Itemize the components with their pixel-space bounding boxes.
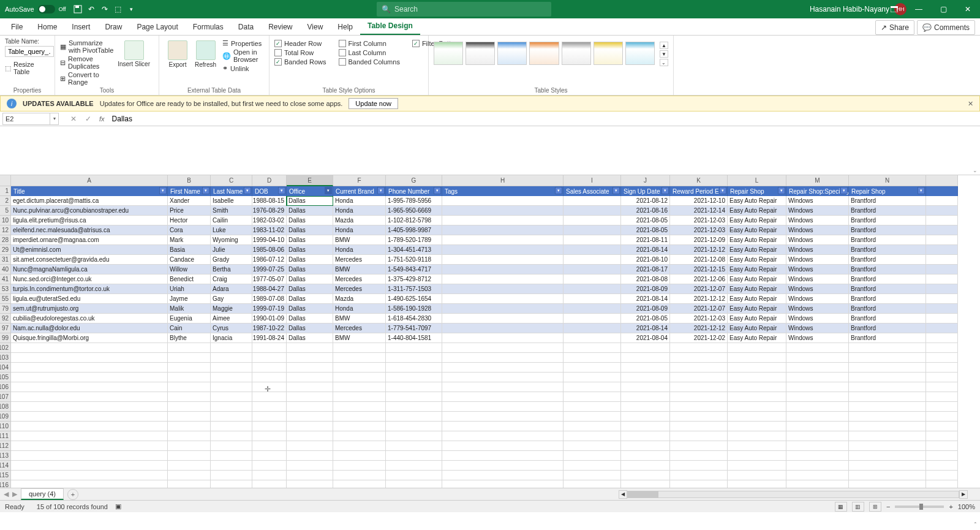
cell[interactable] [786,461,849,471]
cell[interactable] [211,363,252,373]
col-header[interactable]: F [333,175,386,186]
cell[interactable]: Windows [786,206,849,216]
cell[interactable] [168,422,211,431]
cell[interactable] [168,382,211,392]
normal-view-icon[interactable]: ▦ [835,502,847,512]
cell[interactable] [926,333,958,343]
cell[interactable] [442,304,564,314]
cell[interactable] [287,422,333,431]
message-close-icon[interactable]: ✕ [968,100,973,108]
cell[interactable] [442,284,564,294]
cell[interactable]: Easy Auto Repair [728,216,786,225]
ext-properties-button[interactable]: ☰Properties [222,39,264,47]
cell[interactable] [564,441,621,451]
cell[interactable] [926,343,958,353]
cell[interactable]: 2021-08-05 [621,216,670,225]
cell[interactable] [621,471,670,480]
cell[interactable] [211,373,252,382]
cell[interactable]: ligula.eu@uteratSed.edu [11,294,168,304]
filter-dropdown-icon[interactable]: ▾ [202,187,209,194]
cell[interactable] [211,343,252,353]
cell[interactable]: Honda [333,245,386,255]
cell[interactable] [728,461,786,471]
table-header[interactable]: Repair Shop▾ [849,186,926,196]
cell[interactable] [287,402,333,412]
cell[interactable] [386,480,442,488]
cell[interactable] [386,363,442,373]
cell[interactable]: Dallas [287,284,333,294]
cell[interactable] [728,363,786,373]
filter-dropdown-icon[interactable]: ▾ [278,187,285,194]
cell[interactable] [442,324,564,333]
gallery-down-icon[interactable]: ▼ [660,50,668,58]
cell[interactable]: 1982-03-02 [252,216,287,225]
cell[interactable] [211,353,252,363]
cell[interactable]: 2021-08-08 [621,274,670,284]
row-header[interactable]: 105 [0,373,11,382]
cell[interactable]: 1-549-843-4717 [386,265,442,274]
cell[interactable] [786,382,849,392]
cell[interactable] [564,431,621,441]
filter-dropdown-icon[interactable]: ▾ [918,187,925,194]
cell[interactable] [386,461,442,471]
cell[interactable] [728,343,786,353]
cell[interactable]: 2021-08-11 [621,235,670,245]
cell[interactable]: Malik [168,304,211,314]
cell[interactable] [442,412,564,422]
row-header[interactable]: 108 [0,402,11,412]
cell[interactable]: Nunc@magnaNamligula.ca [11,265,168,274]
cell[interactable]: Dallas [287,225,333,235]
cell[interactable]: Windows [786,314,849,324]
cell[interactable] [926,461,958,471]
cell[interactable] [926,265,958,274]
style-swatch[interactable] [434,42,463,65]
row-header[interactable]: 99 [0,333,11,343]
cell[interactable]: 2021-08-14 [621,294,670,304]
cell[interactable] [252,471,287,480]
cell[interactable] [386,422,442,431]
row-header[interactable]: 104 [0,363,11,373]
cell[interactable]: Honda [333,304,386,314]
cell[interactable]: Easy Auto Repair [728,274,786,284]
cell[interactable]: 2021-12-06 [670,274,728,284]
cell[interactable] [442,294,564,304]
touch-mode-icon[interactable]: ⬚ [111,2,125,16]
cell[interactable]: 1977-05-07 [252,274,287,284]
col-header[interactable]: E [287,175,333,186]
cell[interactable]: 1-751-520-9118 [386,255,442,265]
cell[interactable] [252,343,287,353]
cell[interactable] [926,196,958,206]
cell[interactable] [926,353,958,363]
cell[interactable] [252,412,287,422]
cell[interactable]: Luke [211,225,252,235]
cell[interactable]: 2021-08-12 [621,196,670,206]
cell[interactable]: Honda [333,196,386,206]
cell[interactable] [442,196,564,206]
cell[interactable] [786,422,849,431]
cell[interactable] [621,480,670,488]
resize-table-button[interactable]: ⬚Resize Table [5,61,50,75]
cell[interactable]: BMW [333,333,386,343]
zoom-out-icon[interactable]: − [886,503,890,510]
cell[interactable] [564,422,621,431]
cell[interactable]: Dallas [287,255,333,265]
cell[interactable]: 2021-08-09 [621,284,670,294]
cell[interactable]: Eugenia [168,314,211,324]
cell[interactable]: Ut@enimnisl.com [11,245,168,255]
cell[interactable] [564,265,621,274]
cell[interactable] [442,245,564,255]
cell[interactable]: 1999-04-10 [252,235,287,245]
remove-duplicates-button[interactable]: ⊟Remove Duplicates [60,55,114,70]
cell[interactable] [621,363,670,373]
cell[interactable] [621,422,670,431]
cell[interactable]: Gay [211,294,252,304]
cell[interactable]: 2021-08-05 [621,314,670,324]
row-header[interactable]: 79 [0,304,11,314]
last-col-check[interactable]: Last Column [339,49,400,56]
cell[interactable] [926,206,958,216]
cell[interactable] [621,353,670,363]
cell[interactable] [621,451,670,461]
cell[interactable] [287,363,333,373]
cell[interactable] [564,412,621,422]
cell[interactable]: cubilia@eudoloregestas.co.uk [11,314,168,324]
